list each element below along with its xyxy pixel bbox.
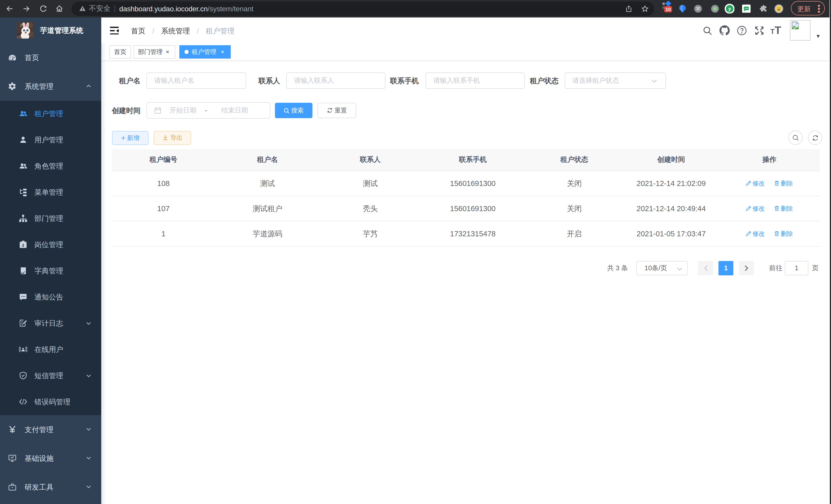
svg-text:y: y	[728, 6, 731, 11]
svg-text:⌘: ⌘	[696, 6, 700, 11]
svg-text:10: 10	[665, 7, 670, 12]
